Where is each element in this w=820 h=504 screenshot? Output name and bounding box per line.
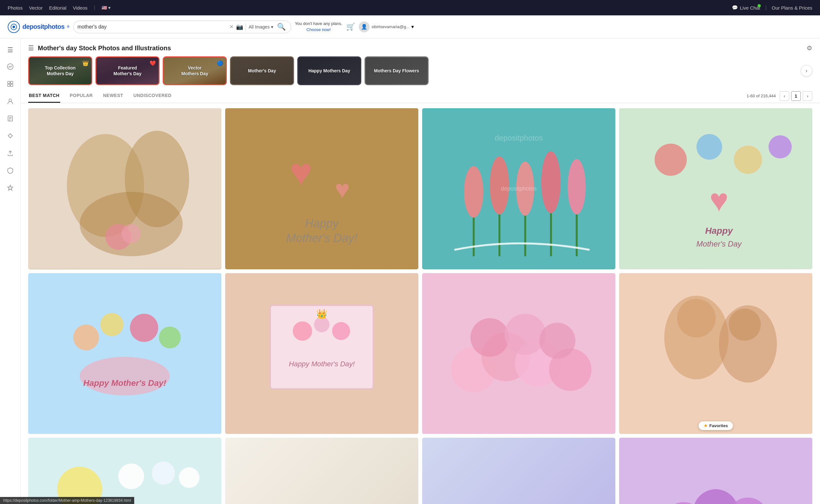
prev-page-button[interactable]: ‹ [780, 91, 789, 101]
clear-search-icon[interactable]: ✕ [229, 24, 233, 30]
language-selector[interactable]: 🇺🇸 ▾ [101, 5, 110, 10]
user-menu[interactable]: 👤 sibirtsevamaria@g... ▾ [359, 21, 414, 32]
svg-text:Happy Mother's Day!: Happy Mother's Day! [289, 360, 355, 368]
sidebar-item-upload[interactable] [3, 146, 18, 161]
image-card[interactable]: ★ Favorites [619, 273, 812, 434]
svg-point-49 [130, 313, 158, 342]
image-svg: ♥ ♥ Happy Mother's Day! [225, 108, 418, 269]
sidebar-item-people[interactable] [3, 94, 18, 110]
search-button[interactable]: 🔍 [276, 23, 287, 31]
search-icon: 🔍 [277, 23, 286, 31]
collection-chip[interactable]: Featured Mother's Day❤️ [95, 56, 159, 85]
plans-link[interactable]: Our Plans & Prices [772, 5, 812, 11]
image-card[interactable] [422, 438, 615, 504]
sidebar-item-similar[interactable] [3, 129, 18, 144]
live-chat-button[interactable]: 💬 Live Chat [732, 5, 760, 11]
sidebar-item-protected[interactable] [3, 163, 18, 179]
scroll-right-button[interactable]: › [801, 65, 812, 77]
cart-button[interactable]: 🛒 [346, 23, 355, 31]
svg-rect-20 [225, 108, 418, 269]
svg-marker-13 [8, 185, 13, 190]
trending-icon [7, 63, 14, 72]
tab-undiscovered[interactable]: UNDISCOVERED [133, 89, 172, 103]
nav-videos[interactable]: Videos [73, 5, 87, 11]
svg-text:♥: ♥ [289, 150, 312, 194]
svg-point-48 [100, 313, 123, 336]
nav-right: 💬 Live Chat | Our Plans & Prices [732, 5, 812, 11]
svg-text:👑: 👑 [316, 308, 328, 319]
sidebar-item-trending[interactable] [3, 60, 18, 75]
svg-text:Mother's Day: Mother's Day [696, 240, 742, 248]
image-card[interactable] [619, 438, 812, 504]
svg-point-55 [314, 317, 329, 332]
results-count: 1-60 of 216,444 [747, 93, 776, 98]
logo-text: depositphotos [22, 23, 64, 30]
collection-chip[interactable]: Mother's Day [230, 56, 294, 85]
svg-rect-3 [8, 81, 10, 84]
svg-text:♥: ♥ [335, 175, 350, 204]
image-card[interactable] [28, 108, 221, 269]
svg-point-39 [696, 134, 722, 159]
search-input[interactable] [77, 24, 227, 30]
similar-icon [7, 132, 14, 141]
svg-point-40 [734, 146, 762, 174]
sidebar-item-collections[interactable] [3, 77, 18, 92]
current-page[interactable]: 1 [791, 91, 801, 101]
image-card[interactable] [225, 438, 418, 504]
next-page-button[interactable]: › [803, 91, 812, 101]
svg-point-12 [9, 134, 12, 137]
avatar: 👤 [359, 21, 369, 32]
nav-photos[interactable]: Photos [8, 5, 23, 11]
dropdown-chevron-icon: ▾ [271, 24, 273, 29]
camera-search-icon[interactable]: 📷 [236, 23, 243, 30]
page-title-left: ☰ Mother's day Stock Photos and Illustra… [28, 44, 171, 52]
favorites-button[interactable]: ★ Favorites [699, 421, 733, 430]
collection-chip[interactable]: Happy Mothers Day [297, 56, 361, 85]
collection-chip-label: Happy Mothers Day [308, 68, 350, 74]
logo[interactable]: depositphotos ® [8, 21, 69, 33]
svg-point-27 [490, 157, 509, 215]
tab-best-match[interactable]: BEST MATCH [28, 89, 60, 103]
image-card[interactable]: ♥ ♥ Happy Mother's Day! [225, 108, 418, 269]
sidebar-item-editorial[interactable] [3, 111, 18, 127]
sidebar-item-menu[interactable]: ☰ [3, 42, 18, 58]
filter-menu-icon[interactable]: ☰ [28, 44, 34, 52]
svg-point-29 [541, 151, 561, 213]
svg-text:Happy: Happy [305, 217, 339, 230]
image-grid: ♥ ♥ Happy Mother's Day! [20, 103, 820, 504]
tab-popular[interactable]: POPULAR [69, 89, 93, 103]
svg-point-30 [568, 159, 586, 215]
status-url: https://depositphotos.com/folder/Mother-… [3, 498, 131, 503]
svg-text:♥: ♥ [710, 182, 729, 218]
star-icon: ★ [704, 423, 708, 428]
tabs-right: 1-60 of 216,444 ‹ 1 › [747, 91, 812, 101]
people-icon [7, 98, 14, 106]
svg-point-66 [540, 322, 576, 359]
image-card[interactable] [422, 273, 615, 434]
all-images-dropdown[interactable]: All Images ▾ [248, 24, 273, 29]
svg-point-76 [179, 467, 199, 488]
status-bar: https://depositphotos.com/folder/Mother-… [0, 497, 134, 504]
svg-point-54 [293, 321, 312, 340]
image-card[interactable]: Happy Mother's Day! [28, 273, 221, 434]
collection-chip[interactable]: Top Collection Mothers Day👑 [28, 56, 92, 85]
settings-icon[interactable]: ⚙ [807, 44, 812, 52]
image-card[interactable]: ♥ Happy Mother's Day [619, 108, 812, 269]
collection-chip[interactable]: Vector Mothers Day🔵 [163, 56, 227, 85]
svg-point-47 [73, 324, 99, 350]
live-chat-label: Live Chat [740, 5, 760, 11]
svg-point-65 [505, 313, 546, 355]
tab-newest[interactable]: NEWEST [102, 89, 124, 103]
nav-editorial[interactable]: Editorial [49, 5, 66, 11]
nav-vector[interactable]: Vector [29, 5, 43, 11]
image-card[interactable]: depositphotos depositphotos [422, 108, 615, 269]
image-svg [619, 438, 812, 504]
image-card[interactable] [28, 438, 221, 504]
image-thumbnail [28, 108, 221, 269]
svg-point-70 [677, 299, 716, 337]
collection-chip-label: Featured Mother's Day [113, 65, 141, 77]
sidebar-item-premium[interactable] [3, 181, 18, 196]
collection-chip[interactable]: Mothers Day Flowers [364, 56, 429, 85]
image-card[interactable]: Happy Mother's Day! 👑 [225, 273, 418, 434]
svg-point-26 [464, 166, 483, 218]
